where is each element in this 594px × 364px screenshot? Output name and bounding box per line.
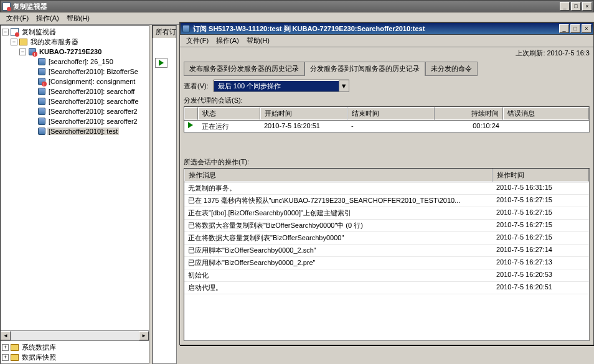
- view-filter-combo[interactable]: 最后 100 个同步操作 ▼: [214, 80, 349, 92]
- col-duration[interactable]: 持续时间: [435, 107, 503, 120]
- running-icon: [184, 121, 198, 133]
- col-end-time[interactable]: 结束时间: [347, 107, 435, 120]
- cell-op-time: 2010-7-5 16:20:51: [493, 282, 589, 294]
- last-refresh-label: 上次刷新: 2010-7-5 16:3: [180, 47, 593, 59]
- cell-op-message: 已在 1375 毫秒内将快照从"unc\KUBAO-72719E230_SEAR…: [184, 195, 493, 207]
- publisher-tree: − 复制监视器 − 我的发布服务器 − KUBAO-72719E230 [sea…: [1, 26, 149, 330]
- operation-row[interactable]: 已将数据大容量复制到表"BizOfferSearchby0000"中 (0 行)…: [184, 220, 589, 232]
- tree-item[interactable]: [Searchoffer2010]: searchoff: [47, 88, 136, 95]
- publication-icon: [37, 117, 46, 126]
- detail-titlebar[interactable]: 订阅 SH5173-W3-11120:test 到 KUBAO-72719E23…: [180, 22, 593, 35]
- expander-icon[interactable]: −: [19, 49, 26, 55]
- operation-row[interactable]: 正在表"[dbo].[BizOfferSearchby0000]"上创建主键索引…: [184, 207, 589, 220]
- system-databases[interactable]: 系统数据库: [21, 343, 57, 352]
- operation-row[interactable]: 无复制的事务。2010-7-5 16:31:15: [184, 182, 589, 195]
- tree-horizontal-scrollbar[interactable]: ◄ ►: [1, 330, 149, 340]
- publication-icon: [37, 67, 46, 76]
- left-tree-pane[interactable]: − 复制监视器 − 我的发布服务器 − KUBAO-72719E230 [sea…: [0, 25, 149, 364]
- menu-help[interactable]: 帮助(H): [243, 35, 273, 47]
- col-op-time[interactable]: 操作时间: [493, 169, 589, 182]
- publication-icon: [37, 127, 46, 136]
- combo-selected: 最后 100 个同步操作: [214, 81, 339, 91]
- tree-my-publishers[interactable]: 我的发布服务器: [29, 37, 80, 47]
- maximize-button[interactable]: □: [570, 24, 580, 33]
- operation-row[interactable]: 已应用脚本"BizOfferSearchby0000_2.sch"2010-7-…: [184, 245, 589, 257]
- tree-item[interactable]: [Searchoffer2010]: searchoffe: [47, 98, 140, 105]
- subscription-detail-window: 订阅 SH5173-W3-11120:test 到 KUBAO-72719E23…: [179, 22, 594, 345]
- close-button[interactable]: ×: [582, 24, 592, 33]
- tree-item[interactable]: [Searchoffer2010]: BizofferSe: [47, 68, 139, 75]
- scroll-right-icon[interactable]: ►: [139, 331, 149, 340]
- cell-error: [503, 121, 589, 133]
- tab-undistributed[interactable]: 未分发的命令: [425, 62, 478, 76]
- tree-item[interactable]: [searchoffer]: 26_150: [47, 58, 115, 65]
- cell-op-time: 2010-7-5 16:27:14: [493, 245, 589, 256]
- col-start-time[interactable]: 开始时间: [260, 107, 347, 120]
- publication-icon: [37, 107, 46, 116]
- cell-op-message: 启动代理。: [184, 282, 493, 294]
- menu-action[interactable]: 操作(A): [32, 12, 63, 24]
- scroll-left-icon[interactable]: ◄: [1, 331, 11, 340]
- expander-icon[interactable]: +: [2, 344, 9, 351]
- cell-op-message: 已应用脚本"BizOfferSearchby0000_2.pre": [184, 257, 493, 269]
- cell-op-message: 已应用脚本"BizOfferSearchby0000_2.sch": [184, 245, 493, 256]
- menu-help[interactable]: 帮助(H): [63, 12, 93, 24]
- view-label: 查看(V):: [184, 82, 209, 91]
- menu-action[interactable]: 操作(A): [212, 35, 243, 47]
- running-status-icon: [155, 58, 167, 68]
- cell-op-message: 已将数据大容量复制到表"BizOfferSearchby0000"中 (0 行): [184, 220, 493, 231]
- monitor-icon: [10, 27, 19, 36]
- operation-row[interactable]: 正在将数据大容量复制到表"BizOfferSearchby0000"2010-7…: [184, 232, 589, 245]
- cell-op-time: 2010-7-5 16:20:53: [493, 269, 589, 281]
- chevron-down-icon[interactable]: ▼: [339, 80, 349, 91]
- operation-row[interactable]: 初始化2010-7-5 16:20:53: [184, 269, 589, 282]
- tree-item[interactable]: [Consignment]: consignment: [47, 78, 136, 85]
- maximize-button[interactable]: □: [571, 2, 581, 11]
- expander-icon[interactable]: −: [11, 39, 17, 45]
- database-snapshots[interactable]: 数据库快照: [21, 353, 57, 362]
- folder-icon: [10, 343, 19, 352]
- detail-title: 订阅 SH5173-W3-11120:test 到 KUBAO-72719E23…: [193, 24, 559, 34]
- minimize-button[interactable]: _: [560, 2, 570, 11]
- session-row[interactable]: 正在运行 2010-7-5 16:20:51 - 00:10:24: [184, 121, 589, 133]
- tree-item[interactable]: [Searchoffer2010]: searoffer2: [47, 118, 139, 125]
- folder-icon: [19, 37, 28, 46]
- sessions-grid[interactable]: 状态 开始时间 结束时间 持续时间 错误消息 正在运行 2010-7-5 16:…: [184, 106, 590, 133]
- window-icon: [182, 24, 191, 33]
- tree-item[interactable]: [Searchoffer2010]: searoffer2: [47, 108, 139, 115]
- tree-root[interactable]: 复制监视器: [21, 27, 57, 37]
- col-error[interactable]: 错误消息: [503, 107, 589, 120]
- cell-end: -: [347, 121, 435, 133]
- menu-file[interactable]: 文件(F): [182, 35, 212, 47]
- publication-icon: [37, 57, 46, 66]
- app-icon: [2, 2, 11, 11]
- cell-op-time: 2010-7-5 16:27:15: [493, 232, 589, 244]
- main-titlebar[interactable]: 复制监视器 _ □ ×: [0, 0, 594, 12]
- close-button[interactable]: ×: [582, 2, 592, 11]
- cell-start: 2010-7-5 16:20:51: [260, 121, 347, 133]
- main-title: 复制监视器: [13, 2, 560, 11]
- tab-dist-to-sub[interactable]: 分发服务器到订阅服务器的历史记录: [304, 62, 425, 76]
- cell-op-time: 2010-7-5 16:27:13: [493, 257, 589, 269]
- expander-icon[interactable]: −: [2, 29, 9, 35]
- tree-server[interactable]: KUBAO-72719E230: [38, 48, 103, 55]
- col-op-message[interactable]: 操作消息: [184, 169, 493, 182]
- subscriptions-pane: 所有订: [152, 25, 177, 364]
- operations-grid[interactable]: 操作消息 操作时间 无复制的事务。2010-7-5 16:31:15已在 137…: [184, 168, 590, 341]
- menu-file[interactable]: 文件(F): [2, 12, 32, 24]
- tree-item-selected[interactable]: [Searchoffer2010]: test: [47, 128, 119, 135]
- cell-op-time: 2010-7-5 16:27:15: [493, 220, 589, 231]
- publication-icon: [37, 87, 46, 96]
- operation-row[interactable]: 已应用脚本"BizOfferSearchby0000_2.pre"2010-7-…: [184, 257, 589, 269]
- detail-menubar: 文件(F) 操作(A) 帮助(H): [180, 35, 593, 47]
- sessions-label: 分发代理的会话(S):: [180, 96, 593, 106]
- operation-row[interactable]: 启动代理。2010-7-5 16:20:51: [184, 282, 589, 294]
- col-status[interactable]: 状态: [198, 107, 260, 120]
- tab-pub-to-dist[interactable]: 发布服务器到分发服务器的历史记录: [184, 62, 304, 76]
- tab-all-subscriptions[interactable]: 所有订: [153, 26, 176, 38]
- col-icon[interactable]: [184, 107, 198, 120]
- minimize-button[interactable]: _: [559, 24, 569, 33]
- expander-icon[interactable]: +: [2, 354, 9, 361]
- cell-op-message: 无复制的事务。: [184, 182, 493, 194]
- operation-row[interactable]: 已在 1375 毫秒内将快照从"unc\KUBAO-72719E230_SEAR…: [184, 195, 589, 207]
